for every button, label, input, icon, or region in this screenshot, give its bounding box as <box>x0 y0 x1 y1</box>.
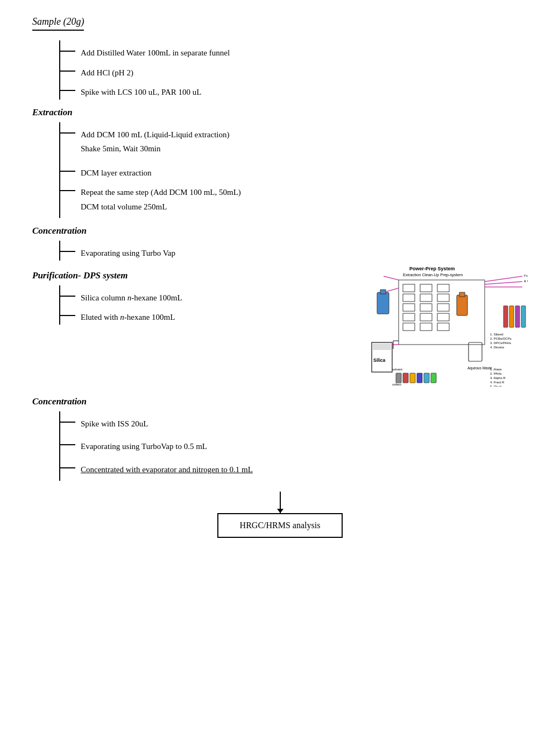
tick-line <box>60 132 75 134</box>
concentration1-left-bracket: Evaporating using Turbo Vap <box>59 241 175 261</box>
svg-rect-16 <box>437 313 449 321</box>
list-item-sub: Shake 5min, Wait 30min <box>60 142 241 160</box>
svg-text:Aqueous Waste: Aqueous Waste <box>467 366 492 370</box>
tick-line <box>60 296 75 297</box>
extraction-left-bracket: Add DCM 100 mL (Liquid-Liquid extraction… <box>59 122 241 219</box>
svg-text:1. Silanol: 1. Silanol <box>490 333 504 336</box>
svg-rect-3 <box>403 284 415 292</box>
diagram-svg: Power-Prep System Extraction Clean-Up Pr… <box>345 263 528 387</box>
svg-rect-36 <box>410 373 415 383</box>
svg-line-23 <box>485 282 522 284</box>
svg-rect-34 <box>396 373 401 383</box>
item-text: Repeat the same step (Add DCM 100 mL, 50… <box>81 185 241 199</box>
list-item: Eluted with n-hexane 100mL <box>60 305 182 325</box>
svg-text:2. PCBs/OCPs: 2. PCBs/OCPs <box>490 337 512 340</box>
concentration2-bracket: Spike with ISS 20uL Evaporating using Tu… <box>59 411 528 481</box>
tick-line <box>60 71 75 72</box>
item-text: Spike with ISS 20uL <box>81 417 148 430</box>
concentration2-left-bracket: Spike with ISS 20uL Evaporating using Tu… <box>59 411 253 481</box>
purification-items: Silica column n-hexane 100mL Eluted with… <box>60 285 182 325</box>
sample-items: Add Distilled Water 100mL in separate fu… <box>60 40 230 100</box>
svg-rect-28 <box>459 292 465 297</box>
concentration1-header: Concentration <box>32 226 528 236</box>
tick-line <box>60 251 75 252</box>
svg-text:Fraction Monitor: Fraction Monitor <box>524 274 528 277</box>
tick-line <box>60 171 75 172</box>
tick-line <box>60 422 75 423</box>
purification-header: Purification- DPS system <box>32 270 329 281</box>
list-item: Spike with ISS 20uL <box>60 411 253 431</box>
svg-rect-12 <box>420 323 432 331</box>
item-text: Add HCl (pH 2) <box>81 66 133 79</box>
svg-rect-18 <box>377 292 389 314</box>
svg-rect-9 <box>420 294 432 302</box>
purification-left: Purification- DPS system Silica column n… <box>32 263 329 327</box>
list-item: Add HCl (pH 2) <box>60 60 230 80</box>
flow-arrow-section: HRGC/HRMS analysis <box>32 492 528 538</box>
list-item: Silica column n-hexane 100mL <box>60 285 182 305</box>
flow-arrow <box>280 492 281 513</box>
extraction-bracket: Add DCM 100 mL (Liquid-Liquid extraction… <box>59 122 528 219</box>
svg-rect-2 <box>399 280 485 345</box>
list-item-sub: DCM total volume 250mL <box>60 200 241 219</box>
concentration2-header: Concentration <box>32 396 528 407</box>
concentration1-bracket: Evaporating using Turbo Vap <box>59 241 528 261</box>
item-text: Concentrated with evaporator and nitroge… <box>81 462 253 476</box>
svg-rect-41 <box>509 306 514 327</box>
item-text: Add DCM 100 mL (Liquid-Liquid extraction… <box>81 128 229 141</box>
svg-rect-43 <box>521 306 526 327</box>
item-text: DCM total volume 250mL <box>81 200 167 213</box>
svg-text:3. DPCs/PAHs: 3. DPCs/PAHs <box>490 341 511 345</box>
tick-line <box>60 90 75 91</box>
list-item: Add DCM 100 mL (Liquid-Liquid extraction… <box>60 122 241 142</box>
item-text: Eluted with n-hexane 100mL <box>81 310 175 324</box>
item-text: Shake 5min, Wait 30min <box>81 142 161 155</box>
tick-line <box>60 467 75 468</box>
tick-line <box>60 190 75 191</box>
svg-rect-37 <box>417 373 422 383</box>
svg-rect-38 <box>424 373 429 383</box>
svg-rect-17 <box>437 323 449 331</box>
extraction-items: Add DCM 100 mL (Liquid-Liquid extraction… <box>60 122 241 219</box>
svg-text:Silica: Silica <box>373 358 385 363</box>
list-item: Spike with LCS 100 uL, PAR 100 uL <box>60 80 230 100</box>
svg-text:4. Fract R: 4. Fract R <box>490 381 505 384</box>
svg-rect-10 <box>420 304 432 311</box>
tick-line <box>60 51 75 52</box>
svg-text:Power-Prep System: Power-Prep System <box>409 266 455 271</box>
svg-rect-27 <box>457 295 467 316</box>
svg-rect-8 <box>420 284 432 292</box>
svg-rect-4 <box>403 294 415 302</box>
tick-line <box>60 444 75 445</box>
svg-text:collect: collect <box>392 383 401 386</box>
svg-rect-40 <box>504 306 508 327</box>
svg-rect-39 <box>431 373 436 383</box>
concentration1-items: Evaporating using Turbo Vap <box>60 241 175 261</box>
concentration2-items: Spike with ISS 20uL Evaporating using Tu… <box>60 411 253 481</box>
list-item: Evaporating using TurboVap to 0.5 mL <box>60 431 253 454</box>
svg-rect-5 <box>403 304 415 311</box>
svg-rect-15 <box>437 304 449 311</box>
svg-line-22 <box>485 276 522 282</box>
svg-rect-30 <box>373 344 391 350</box>
svg-text:3. Aliphs R: 3. Aliphs R <box>490 376 506 380</box>
item-text: Add Distilled Water 100mL in separate fu… <box>81 46 230 59</box>
final-label: HRGC/HRMS analysis <box>240 521 321 530</box>
svg-rect-13 <box>437 284 449 292</box>
svg-text:5. Wash: 5. Wash <box>490 385 502 387</box>
svg-rect-11 <box>420 313 432 321</box>
tick-line <box>60 315 75 316</box>
svg-rect-14 <box>437 294 449 302</box>
purification-bracket: Silica column n-hexane 100mL Eluted with… <box>59 285 329 325</box>
svg-rect-6 <box>403 313 415 321</box>
svg-line-21 <box>384 276 399 280</box>
svg-rect-35 <box>403 373 408 383</box>
purification-left-bracket: Silica column n-hexane 100mL Eluted with… <box>59 285 182 325</box>
list-item: Evaporating using Turbo Vap <box>60 241 175 261</box>
svg-text:& Control: & Control <box>524 279 528 283</box>
item-text: DCM layer extraction <box>81 166 152 179</box>
sample-bracket: Add Distilled Water 100mL in separate fu… <box>59 40 528 100</box>
list-item: Add Distilled Water 100mL in separate fu… <box>60 40 230 60</box>
list-item: Repeat the same step (Add DCM 100 mL, 50… <box>60 180 241 200</box>
svg-rect-57 <box>469 342 482 361</box>
